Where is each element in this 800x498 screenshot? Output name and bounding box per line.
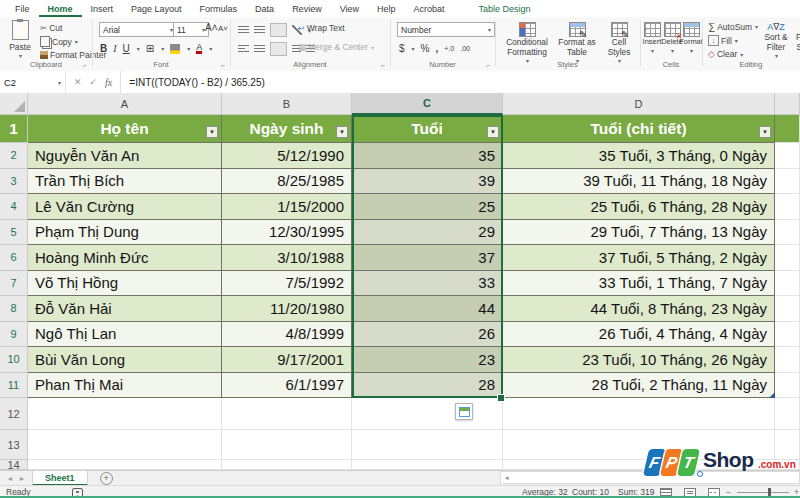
filter-dropdown-icon[interactable]: ▾ xyxy=(759,126,771,138)
empty-cell[interactable] xyxy=(775,143,800,169)
table-header-cell[interactable]: Ngày sinh▾ xyxy=(222,115,352,143)
cell-styles-button[interactable]: Cell Styles▾ xyxy=(601,22,637,65)
empty-cell[interactable] xyxy=(28,460,222,470)
empty-cell[interactable] xyxy=(503,398,775,430)
cell-age[interactable]: 35 xyxy=(352,143,503,169)
name-box[interactable]: C2▾ xyxy=(0,71,66,93)
font-size-select[interactable]: 11▾ xyxy=(173,22,209,37)
accounting-format-button[interactable]: $ xyxy=(399,43,405,54)
format-as-table-button[interactable]: Format as Table▾ xyxy=(555,22,599,65)
row-header-14[interactable]: 14 xyxy=(0,460,28,470)
cell-birthdate[interactable]: 4/8/1999 xyxy=(222,322,352,348)
cell-birthdate[interactable]: 9/17/2001 xyxy=(222,347,352,373)
row-header-5[interactable]: 5 xyxy=(0,220,28,246)
sort-filter-button[interactable]: A∇Z Sort & Filter▾ xyxy=(760,22,792,60)
align-bottom-button[interactable] xyxy=(270,23,287,37)
cell-name[interactable]: Trần Thị Bích xyxy=(28,169,222,195)
empty-cell[interactable] xyxy=(222,430,352,460)
cell-name[interactable]: Võ Thị Hồng xyxy=(28,271,222,297)
empty-cell[interactable] xyxy=(352,460,503,470)
zoom-slider-handle[interactable] xyxy=(768,488,771,496)
cell-age[interactable]: 39 xyxy=(352,169,503,195)
cell-birthdate[interactable]: 3/10/1988 xyxy=(222,245,352,271)
number-format-select[interactable]: Number▾ xyxy=(397,22,495,37)
insert-cells-button[interactable]: Insert▾ xyxy=(642,22,662,55)
align-right-button[interactable] xyxy=(270,42,287,56)
cell-age-detail[interactable]: 35 Tuổi, 3 Tháng, 0 Ngày xyxy=(503,143,775,169)
column-header-a[interactable]: A xyxy=(28,93,222,115)
cell-age-detail[interactable]: 28 Tuổi, 2 Tháng, 11 Ngày xyxy=(503,373,775,399)
table-header-cell[interactable]: Họ tên▾ xyxy=(28,115,222,143)
find-select-button[interactable]: Find & Select xyxy=(793,22,800,52)
font-name-select[interactable]: Arial▾ xyxy=(99,22,177,37)
cell-age[interactable]: 28 xyxy=(352,373,503,399)
cell-age[interactable]: 33 xyxy=(352,271,503,297)
copy-button[interactable]: Copy▾ xyxy=(40,36,78,47)
row-header-10[interactable]: 10 xyxy=(0,347,28,373)
align-top-button[interactable] xyxy=(238,26,249,34)
align-middle-button[interactable] xyxy=(254,26,265,34)
empty-cell[interactable] xyxy=(775,296,800,322)
enter-icon[interactable]: ✓ xyxy=(90,77,98,87)
shrink-font-button[interactable]: A˅ xyxy=(218,24,228,33)
paste-button[interactable]: Paste ▾ xyxy=(6,20,34,59)
empty-cell[interactable] xyxy=(775,347,800,373)
empty-cell[interactable] xyxy=(352,430,503,460)
bold-button[interactable]: B xyxy=(100,43,107,54)
empty-cell[interactable] xyxy=(775,220,800,246)
align-left-button[interactable] xyxy=(238,45,249,53)
merge-center-button[interactable]: ▦Merge & Center▾ xyxy=(298,42,374,52)
empty-cell[interactable] xyxy=(28,398,222,430)
column-header-b[interactable]: B xyxy=(222,93,352,115)
italic-button[interactable]: I xyxy=(113,43,116,54)
filter-dropdown-icon[interactable]: ▾ xyxy=(206,126,218,138)
new-sheet-button[interactable]: + xyxy=(100,472,113,485)
empty-cell[interactable] xyxy=(775,271,800,297)
clear-button[interactable]: ◇Clear▾ xyxy=(708,49,743,59)
filter-dropdown-icon[interactable]: ▾ xyxy=(487,126,499,138)
cell-age[interactable]: 37 xyxy=(352,245,503,271)
ribbon-tab-help[interactable]: Help xyxy=(368,0,405,17)
table-header-cell[interactable]: Tuổi▾ xyxy=(352,115,503,143)
cell-name[interactable]: Hoàng Minh Đức xyxy=(28,245,222,271)
cell-birthdate[interactable]: 12/30/1995 xyxy=(222,220,352,246)
underline-button[interactable]: U xyxy=(123,43,130,54)
cell-age-detail[interactable]: 37 Tuổi, 5 Tháng, 2 Ngày xyxy=(503,245,775,271)
select-all-corner[interactable] xyxy=(0,93,28,115)
empty-cell[interactable] xyxy=(775,194,800,220)
formula-input[interactable]: =INT((TODAY() - B2) / 365.25) xyxy=(121,71,265,93)
cell-age[interactable]: 26 xyxy=(352,322,503,348)
ribbon-tab-view[interactable]: View xyxy=(331,0,368,17)
row-header-11[interactable]: 11 xyxy=(0,373,28,399)
ribbon-tab-table-design[interactable]: Table Design xyxy=(470,0,540,17)
format-painter-button[interactable]: Format Painter xyxy=(40,50,106,60)
empty-cell[interactable] xyxy=(28,430,222,460)
cell-birthdate[interactable]: 11/20/1980 xyxy=(222,296,352,322)
empty-cell[interactable] xyxy=(775,322,800,348)
empty-cell[interactable] xyxy=(775,398,800,430)
fill-button[interactable]: ↓Fill▾ xyxy=(708,35,738,46)
row-header-12[interactable]: 12 xyxy=(0,398,28,430)
cell-birthdate[interactable]: 6/1/1997 xyxy=(222,373,352,399)
cell-age-detail[interactable]: 44 Tuổi, 8 Tháng, 23 Ngày xyxy=(503,296,775,322)
grow-font-button[interactable]: A˄ xyxy=(205,22,218,33)
cell-age-detail[interactable]: 39 Tuổi, 11 Tháng, 18 Ngày xyxy=(503,169,775,195)
font-dialog-launcher[interactable]: ⌐ xyxy=(221,62,225,69)
cell-age-detail[interactable]: 23 Tuổi, 10 Tháng, 26 Ngày xyxy=(503,347,775,373)
column-header-d[interactable]: D xyxy=(503,93,775,115)
ribbon-tab-data[interactable]: Data xyxy=(246,0,283,17)
empty-cell[interactable] xyxy=(775,245,800,271)
cell-name[interactable]: Lê Văn Cường xyxy=(28,194,222,220)
row-header-4[interactable]: 4 xyxy=(0,194,28,220)
empty-cell[interactable] xyxy=(775,169,800,195)
fill-options-button[interactable] xyxy=(455,403,473,420)
cell-age-detail[interactable]: 33 Tuổi, 1 Tháng, 7 Ngày xyxy=(503,271,775,297)
format-cells-button[interactable]: Format▾ xyxy=(681,22,701,55)
row-header-6[interactable]: 6 xyxy=(0,245,28,271)
cell-age[interactable]: 29 xyxy=(352,220,503,246)
borders-button[interactable]: ⊞ xyxy=(146,43,154,54)
row-header-2[interactable]: 2 xyxy=(0,143,28,169)
cell-age-detail[interactable]: 25 Tuổi, 6 Tháng, 28 Ngày xyxy=(503,194,775,220)
row-header-13[interactable]: 13 xyxy=(0,430,28,460)
cell-name[interactable]: Bùi Văn Long xyxy=(28,347,222,373)
